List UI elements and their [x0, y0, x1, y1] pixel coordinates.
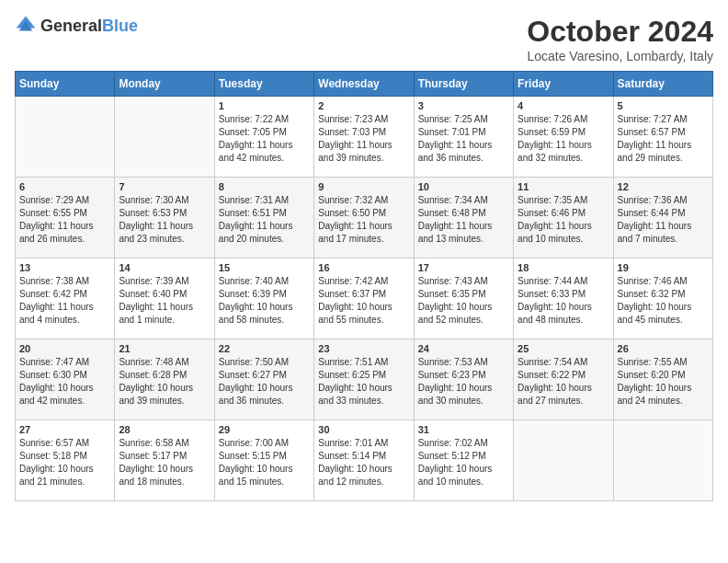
day-info: Sunrise: 7:50 AMSunset: 6:27 PMDaylight:… [219, 356, 310, 408]
sunrise-text: Sunrise: 7:27 AM [618, 113, 709, 126]
sunrise-text: Sunrise: 7:50 AM [219, 356, 310, 369]
day-number: 30 [318, 424, 409, 435]
sunset-text: Sunset: 6:28 PM [119, 369, 210, 382]
calendar-cell: 11Sunrise: 7:35 AMSunset: 6:46 PMDayligh… [514, 178, 613, 259]
daylight-text: Daylight: 10 hours and 45 minutes. [618, 301, 709, 327]
day-number: 10 [418, 181, 509, 192]
calendar-cell: 20Sunrise: 7:47 AMSunset: 6:30 PMDayligh… [16, 339, 115, 420]
weekday-header-monday: Monday [115, 72, 214, 97]
day-number: 25 [518, 343, 609, 354]
daylight-text: Daylight: 11 hours and 23 minutes. [119, 220, 210, 246]
day-number: 28 [119, 424, 210, 435]
sunrise-text: Sunrise: 7:30 AM [119, 194, 210, 207]
calendar-cell: 4Sunrise: 7:26 AMSunset: 6:59 PMDaylight… [514, 97, 613, 178]
day-info: Sunrise: 7:40 AMSunset: 6:39 PMDaylight:… [219, 275, 310, 327]
day-number: 27 [19, 424, 110, 435]
sunset-text: Sunset: 5:17 PM [119, 450, 210, 463]
calendar-week-2: 6Sunrise: 7:29 AMSunset: 6:55 PMDaylight… [16, 178, 713, 259]
sunrise-text: Sunrise: 6:57 AM [19, 437, 110, 450]
sunrise-text: Sunrise: 7:34 AM [418, 194, 509, 207]
day-info: Sunrise: 7:36 AMSunset: 6:44 PMDaylight:… [618, 194, 709, 246]
sunset-text: Sunset: 6:44 PM [618, 207, 709, 220]
day-number: 26 [618, 343, 709, 354]
daylight-text: Daylight: 11 hours and 10 minutes. [518, 220, 609, 246]
day-info: Sunrise: 7:26 AMSunset: 6:59 PMDaylight:… [518, 113, 609, 165]
day-info: Sunrise: 7:43 AMSunset: 6:35 PMDaylight:… [418, 275, 509, 327]
sunrise-text: Sunrise: 7:47 AM [19, 356, 110, 369]
sunset-text: Sunset: 7:03 PM [318, 126, 409, 139]
sunset-text: Sunset: 6:46 PM [518, 207, 609, 220]
day-info: Sunrise: 6:57 AMSunset: 5:18 PMDaylight:… [19, 437, 110, 488]
day-number: 12 [618, 181, 709, 192]
logo-icon [15, 15, 37, 37]
logo-general: General [40, 17, 102, 35]
sunrise-text: Sunrise: 7:39 AM [119, 275, 210, 288]
sunset-text: Sunset: 5:14 PM [318, 450, 409, 463]
day-number: 13 [19, 262, 110, 273]
daylight-text: Daylight: 11 hours and 7 minutes. [618, 220, 709, 246]
daylight-text: Daylight: 10 hours and 21 minutes. [19, 463, 110, 488]
daylight-text: Daylight: 10 hours and 12 minutes. [318, 463, 409, 488]
calendar-cell: 9Sunrise: 7:32 AMSunset: 6:50 PMDaylight… [314, 178, 414, 259]
calendar-cell: 25Sunrise: 7:54 AMSunset: 6:22 PMDayligh… [514, 339, 613, 420]
weekday-header-tuesday: Tuesday [214, 72, 313, 97]
daylight-text: Daylight: 11 hours and 29 minutes. [618, 139, 709, 165]
day-info: Sunrise: 7:22 AMSunset: 7:05 PMDaylight:… [219, 113, 310, 165]
sunset-text: Sunset: 6:23 PM [418, 369, 509, 382]
sunrise-text: Sunrise: 7:35 AM [518, 194, 609, 207]
day-number: 9 [318, 181, 409, 192]
day-number: 24 [418, 343, 509, 354]
calendar-cell: 23Sunrise: 7:51 AMSunset: 6:25 PMDayligh… [314, 339, 414, 420]
daylight-text: Daylight: 10 hours and 18 minutes. [119, 463, 210, 488]
sunrise-text: Sunrise: 7:32 AM [318, 194, 409, 207]
daylight-text: Daylight: 11 hours and 42 minutes. [219, 139, 310, 165]
sunrise-text: Sunrise: 7:54 AM [518, 356, 609, 369]
logo: GeneralBlue [15, 15, 138, 37]
day-number: 19 [618, 262, 709, 273]
calendar-cell: 17Sunrise: 7:43 AMSunset: 6:35 PMDayligh… [414, 259, 513, 339]
weekday-header-thursday: Thursday [414, 72, 513, 97]
calendar-body: 1Sunrise: 7:22 AMSunset: 7:05 PMDaylight… [16, 97, 713, 501]
calendar-cell: 3Sunrise: 7:25 AMSunset: 7:01 PMDaylight… [414, 97, 513, 178]
calendar-cell: 6Sunrise: 7:29 AMSunset: 6:55 PMDaylight… [16, 178, 115, 259]
calendar-week-4: 20Sunrise: 7:47 AMSunset: 6:30 PMDayligh… [16, 339, 713, 420]
day-number: 23 [318, 343, 409, 354]
day-number: 18 [518, 262, 609, 273]
month-title: October 2024 [527, 15, 713, 49]
sunset-text: Sunset: 6:50 PM [318, 207, 409, 220]
logo-blue: Blue [102, 17, 138, 35]
day-number: 29 [219, 424, 310, 435]
sunrise-text: Sunrise: 7:53 AM [418, 356, 509, 369]
calendar-cell: 29Sunrise: 7:00 AMSunset: 5:15 PMDayligh… [214, 420, 313, 501]
calendar-cell: 16Sunrise: 7:42 AMSunset: 6:37 PMDayligh… [314, 259, 414, 339]
sunrise-text: Sunrise: 7:42 AM [318, 275, 409, 288]
sunrise-text: Sunrise: 7:40 AM [219, 275, 310, 288]
day-info: Sunrise: 7:25 AMSunset: 7:01 PMDaylight:… [418, 113, 509, 165]
day-number: 2 [318, 100, 409, 111]
day-info: Sunrise: 7:42 AMSunset: 6:37 PMDaylight:… [318, 275, 409, 327]
sunset-text: Sunset: 6:59 PM [518, 126, 609, 139]
day-info: Sunrise: 7:48 AMSunset: 6:28 PMDaylight:… [119, 356, 210, 408]
day-info: Sunrise: 7:51 AMSunset: 6:25 PMDaylight:… [318, 356, 409, 408]
day-info: Sunrise: 7:35 AMSunset: 6:46 PMDaylight:… [518, 194, 609, 246]
sunrise-text: Sunrise: 7:25 AM [418, 113, 509, 126]
day-number: 5 [618, 100, 709, 111]
page-header: GeneralBlue October 2024 Locate Varesino… [15, 15, 713, 63]
calendar-cell: 22Sunrise: 7:50 AMSunset: 6:27 PMDayligh… [214, 339, 313, 420]
calendar-cell: 31Sunrise: 7:02 AMSunset: 5:12 PMDayligh… [414, 420, 513, 501]
calendar-cell: 24Sunrise: 7:53 AMSunset: 6:23 PMDayligh… [414, 339, 513, 420]
daylight-text: Daylight: 10 hours and 58 minutes. [219, 301, 310, 327]
calendar-cell: 12Sunrise: 7:36 AMSunset: 6:44 PMDayligh… [613, 178, 712, 259]
calendar-cell [115, 97, 214, 178]
day-info: Sunrise: 7:53 AMSunset: 6:23 PMDaylight:… [418, 356, 509, 408]
sunset-text: Sunset: 6:32 PM [618, 288, 709, 301]
calendar-cell: 7Sunrise: 7:30 AMSunset: 6:53 PMDaylight… [115, 178, 214, 259]
day-number: 16 [318, 262, 409, 273]
daylight-text: Daylight: 11 hours and 26 minutes. [19, 220, 110, 246]
sunset-text: Sunset: 6:55 PM [19, 207, 110, 220]
sunset-text: Sunset: 6:48 PM [418, 207, 509, 220]
sunset-text: Sunset: 5:18 PM [19, 450, 110, 463]
day-info: Sunrise: 7:46 AMSunset: 6:32 PMDaylight:… [618, 275, 709, 327]
sunrise-text: Sunrise: 7:00 AM [219, 437, 310, 450]
day-number: 11 [518, 181, 609, 192]
